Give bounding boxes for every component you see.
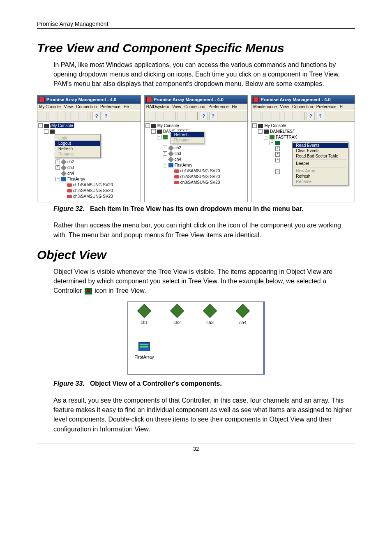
header-left: Promise Array Management [37,21,108,27]
tree-drv1[interactable]: ch1\SAMSUNG SV20 [180,169,220,173]
objview-ch4[interactable]: ch4 [226,302,259,338]
menu-view[interactable]: View [280,104,289,109]
drive-icon [174,181,179,184]
tree-view[interactable]: −My Console − Login Logout Refresh Renam… [37,122,141,202]
objview-ch1[interactable]: ch1 [128,302,161,338]
whats-this-button[interactable]: ? [209,112,217,120]
menu-rename[interactable]: Rename [55,151,100,157]
menu-preference[interactable]: Preference [100,104,120,109]
context-menu[interactable]: Refresh Rename [171,131,204,144]
title-text: Promise Array Management - 4.0 [154,97,224,102]
console-icon [258,124,263,128]
titlebar: Promise Array Management - 4.0 [145,95,248,104]
toolbar-button[interactable] [187,112,195,120]
tree-my-console[interactable]: My Console [157,123,179,128]
tree-ch2[interactable]: ch2 [67,160,74,164]
menu-refresh[interactable]: Refresh [171,132,204,137]
menubar[interactable]: RAIDsystem View Connection Preference He [145,104,248,110]
tree-drv3[interactable]: ch3\SAMSUNG SV20 [73,194,113,199]
toolbar-button[interactable] [48,112,56,120]
tree-view[interactable]: −My Console −DANIELTEST −FASTTRAK − + + … [251,122,355,202]
menu-clear-events[interactable]: Clear Events [293,148,348,153]
objview-ch3[interactable]: ch3 [194,302,226,338]
context-menu[interactable]: Login Logout Refresh Rename [55,134,101,158]
menu-logout[interactable]: Logout [55,141,100,146]
console-icon [44,124,49,128]
tree-ch4[interactable]: ch4 [175,157,181,162]
menu-new-array[interactable]: New Array [293,168,348,174]
menu-read-bad-sector[interactable]: Read Bad Sector Table [293,153,348,159]
tree-drv2[interactable]: ch2\SAMSUNG SV20 [180,174,220,179]
toolbar-button[interactable] [165,112,173,120]
whats-this-button[interactable]: ? [316,112,324,120]
array-icon [61,177,66,181]
menubar[interactable]: My Console View Connection Preference He [37,104,141,110]
app-icon [146,97,152,102]
toolbar-button[interactable] [80,112,88,120]
toolbar-button[interactable] [178,112,186,120]
menu-my-console[interactable]: My Console [39,104,61,109]
toolbar-button[interactable] [58,112,66,120]
toolbar-button[interactable] [155,112,164,120]
tree-firstarray[interactable]: FirstArray [67,177,85,181]
menu-connection[interactable]: Connection [292,104,313,109]
page-number: 32 [193,446,199,452]
toolbar-button[interactable] [262,112,270,120]
menu-login[interactable]: Login [55,135,100,141]
channel-icon [168,145,174,151]
menu-help[interactable]: He [124,104,129,109]
menubar[interactable]: Maintenance View Connection Preference H [251,104,355,110]
menu-preference[interactable]: Preference [208,104,228,109]
whats-this-button[interactable]: ? [102,112,110,120]
tree-danieltest[interactable]: DANIELTEST [270,129,295,134]
tree-drv1[interactable]: ch1\SAMSUNG SV20 [73,183,113,187]
tree-ch3[interactable]: ch3 [67,165,74,170]
toolbar-button[interactable] [253,112,261,120]
separator [197,112,198,120]
menu-raidsystem[interactable]: RAIDsystem [146,104,169,109]
menu-view[interactable]: View [172,104,181,109]
menu-help[interactable]: H [340,104,343,109]
menu-rename[interactable]: Rename [293,179,348,184]
tree-ch3[interactable]: ch3 [175,151,181,156]
menu-preference[interactable]: Preference [316,104,337,109]
toolbar-button[interactable] [294,112,302,120]
help-button[interactable]: ? [200,112,208,120]
tree-view[interactable]: −My Console −DANIELTEST − Refresh Rename… [145,122,248,202]
tree-firstarray[interactable]: FirstArray [175,163,192,167]
menu-connection[interactable]: Connection [184,104,205,109]
toolbar-button[interactable] [70,112,78,120]
toolbar-button[interactable] [39,112,47,120]
tree-ch4[interactable]: ch4 [67,171,74,176]
figure-33-caption: Figure 33. Object View of a Controller's… [53,380,355,388]
menu-maintenance[interactable]: Maintenance [253,104,277,109]
tree-drv2[interactable]: ch2\SAMSUNG SV20 [73,188,113,193]
tree-drv3[interactable]: ch3\SAMSUNG SV20 [180,180,220,185]
objview-firstarray[interactable]: FirstArray [128,338,161,374]
menu-view[interactable]: View [64,104,73,109]
menu-beeper[interactable]: Beeper [293,161,348,166]
tree-ch2[interactable]: ch2 [175,146,181,150]
app-icon [253,97,259,102]
objview-ch2[interactable]: ch2 [161,302,194,338]
context-menu[interactable]: Read Events Clear Events Read Bad Sector… [292,141,348,185]
toolbar-button[interactable] [272,112,280,120]
server-icon [157,130,162,134]
tree-fasttrak[interactable]: FASTTRAK [276,135,297,139]
menu-refresh[interactable]: Refresh [293,174,348,179]
menu-help[interactable]: He [232,104,237,109]
help-button[interactable]: ? [92,112,101,120]
menu-refresh[interactable]: Refresh [55,146,100,151]
tree-my-console[interactable]: My Console [264,123,286,128]
menu-read-events[interactable]: Read Events [293,143,348,148]
tree-my-console[interactable]: My Console [50,123,74,128]
toolbar-button[interactable] [146,112,154,120]
toolbar-button[interactable] [284,112,293,120]
paragraph-object-intro: Object View is visible whenever the Tree… [53,267,355,296]
drive-icon [67,189,72,192]
menu-connection[interactable]: Connection [76,104,97,109]
help-button[interactable]: ? [307,112,315,120]
separator [68,112,68,120]
controller-icon [275,141,280,145]
menu-rename[interactable]: Rename [171,137,204,143]
